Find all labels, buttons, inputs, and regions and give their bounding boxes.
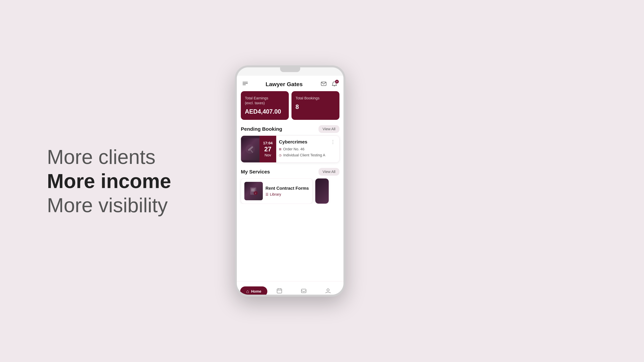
bookings-label: Total Bookings <box>296 96 336 101</box>
svg-rect-14 <box>277 289 282 293</box>
pending-booking-view-all[interactable]: View All <box>318 125 340 133</box>
phone-screen: Lawyer Gates <box>237 76 344 281</box>
profile-nav-icon <box>325 288 331 295</box>
booking-menu-button[interactable]: ⋮ <box>329 139 336 145</box>
service-type-label: Library <box>270 192 281 197</box>
booking-info: Cybercrimes ⋮ ⊞ Order No. 46 ◷ Individua… <box>276 136 339 162</box>
library-icon: ☰ <box>266 192 268 196</box>
services-scroll: ↓ Rent Contract Forms ☰ Library <box>237 178 344 204</box>
nav-home-label: Home <box>251 289 261 294</box>
nav-home-active[interactable]: ⌂ Home <box>240 286 267 297</box>
bookings-nav-icon <box>276 288 282 295</box>
service-type: ☰ Library <box>266 192 309 197</box>
booking-image <box>241 136 260 162</box>
order-number: Order No. 46 <box>283 147 304 151</box>
nav-profile[interactable] <box>316 288 340 295</box>
tagline-line-1: More clients <box>47 145 171 169</box>
booking-day: 27 <box>264 146 271 152</box>
nav-bookings[interactable] <box>267 288 292 295</box>
service-image: ↓ <box>244 182 263 200</box>
service-card-partial <box>315 178 329 204</box>
phone-mockup: Lawyer Gates <box>235 65 346 297</box>
tagline: More clients More income More visibility <box>47 145 171 217</box>
notification-badge: 8 <box>335 80 339 83</box>
notifications-icon-button[interactable]: 8 <box>331 80 338 88</box>
bookings-value: 8 <box>296 103 336 110</box>
messages-icon-button[interactable] <box>320 80 327 88</box>
svg-rect-10 <box>251 190 254 190</box>
tagline-line-2: More income <box>47 169 171 193</box>
pending-booking-section-header: Pending Booking View All <box>237 124 344 136</box>
nav-inbox[interactable] <box>292 288 316 295</box>
earnings-label: Total Earnings(excl. taxes) <box>245 96 285 105</box>
pending-booking-title: Pending Booking <box>241 126 282 132</box>
nav-home[interactable]: ⌂ Home <box>240 286 267 297</box>
header-icons: 8 <box>320 80 338 88</box>
earnings-card[interactable]: Total Earnings(excl. taxes) AED4,407.00 <box>241 91 289 120</box>
tagline-line-3: More visibility <box>47 193 171 217</box>
stats-row: Total Earnings(excl. taxes) AED4,407.00 … <box>237 91 344 124</box>
svg-point-19 <box>327 289 329 291</box>
bookings-card[interactable]: Total Bookings 8 <box>292 91 340 120</box>
booking-date-box: 17:04 27 Nov <box>260 136 276 162</box>
service-info: Rent Contract Forms ☰ Library <box>266 186 309 197</box>
app-title: Lawyer Gates <box>266 81 302 87</box>
booking-order: ⊞ Order No. 46 <box>279 147 336 151</box>
phone-frame: Lawyer Gates <box>235 65 346 297</box>
phone-notch <box>237 67 344 76</box>
phone-notch-inner <box>280 67 300 72</box>
booking-time: 17:04 <box>263 141 272 145</box>
partial-card-image <box>315 178 329 204</box>
earnings-value: AED4,407.00 <box>245 108 285 115</box>
order-icon: ⊞ <box>279 147 282 151</box>
client-icon: ◷ <box>279 153 282 157</box>
booking-title: Cybercrimes <box>279 139 308 145</box>
services-section-header: My Services View All <box>237 167 344 178</box>
bottom-navigation: ⌂ Home <box>237 281 344 297</box>
booking-card[interactable]: 17:04 27 Nov Cybercrimes ⋮ ⊞ <box>241 136 340 163</box>
service-title: Rent Contract Forms <box>266 186 309 191</box>
svg-rect-11 <box>251 191 255 191</box>
home-icon: ⌂ <box>246 289 249 294</box>
inbox-nav-icon <box>301 288 307 295</box>
service-card-rent-contract[interactable]: ↓ Rent Contract Forms ☰ Library <box>241 178 312 204</box>
client-name: Individual Client Testing A <box>283 153 325 157</box>
booking-client: ◷ Individual Client Testing A <box>279 153 336 157</box>
menu-icon[interactable] <box>242 80 248 88</box>
booking-image-placeholder <box>241 138 260 160</box>
app-header: Lawyer Gates <box>237 76 344 91</box>
svg-text:↓: ↓ <box>255 192 256 194</box>
services-title: My Services <box>241 169 270 175</box>
svg-rect-9 <box>251 189 255 189</box>
booking-month: Nov <box>264 153 271 157</box>
services-view-all[interactable]: View All <box>318 168 340 176</box>
